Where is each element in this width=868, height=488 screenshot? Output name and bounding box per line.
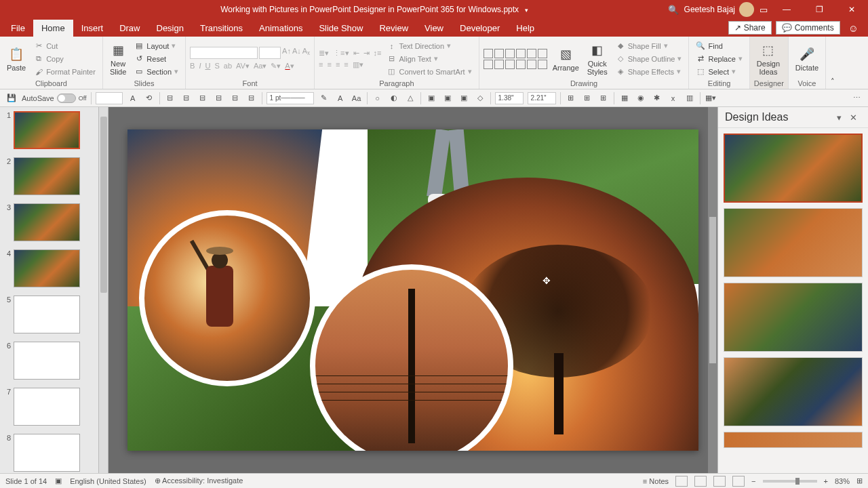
columns-button[interactable]: ▥▾	[353, 60, 363, 69]
qat-group-4[interactable]: ◇	[474, 92, 486, 104]
qat-align-1[interactable]: ⊟	[164, 92, 176, 104]
select-button[interactable]: ⬚Select▾	[693, 66, 745, 78]
clear-format-icon[interactable]: Aᵪ	[302, 47, 310, 59]
justify-button[interactable]: ≡	[344, 60, 348, 69]
pane-close-button[interactable]: ✕	[846, 113, 861, 123]
paste-button[interactable]: 📋 Paste	[4, 45, 28, 73]
tab-design[interactable]: Design	[149, 20, 192, 37]
qat-align-2[interactable]: ⊟	[180, 92, 193, 104]
italic-button[interactable]: I	[199, 62, 201, 70]
shape-combo[interactable]	[96, 92, 123, 104]
tab-animations[interactable]: Animations	[251, 20, 311, 37]
qat-group-3[interactable]: ▣	[458, 92, 470, 104]
feedback-icon[interactable]: ☺	[848, 22, 859, 34]
arrange-button[interactable]: ▧ Arrange	[550, 45, 582, 73]
restore-button[interactable]: ❐	[806, 0, 833, 19]
sorter-view-button[interactable]	[694, 476, 707, 487]
save-icon[interactable]: 💾	[5, 92, 18, 104]
minimize-button[interactable]: —	[773, 0, 800, 19]
spell-check-icon[interactable]: ▣	[55, 476, 62, 485]
normal-view-button[interactable]	[675, 476, 688, 487]
tab-help[interactable]: Help	[508, 20, 542, 37]
zoom-out-button[interactable]: −	[751, 477, 755, 485]
spacing-button[interactable]: AV▾	[236, 62, 250, 70]
tab-review[interactable]: Review	[371, 20, 416, 37]
slide-canvas[interactable]: ✥	[127, 129, 698, 451]
convert-smartart-button[interactable]: ◫Convert to SmartArt▾	[384, 66, 474, 78]
zoom-value[interactable]: 83%	[835, 477, 850, 485]
qat-tool-1[interactable]: A	[127, 92, 139, 104]
line-weight-combo[interactable]: 1 pt ─────	[267, 92, 314, 104]
cut-button[interactable]: ✂Cut	[31, 40, 98, 52]
design-idea-2[interactable]	[724, 208, 863, 277]
reading-view-button[interactable]	[713, 476, 726, 487]
reset-button[interactable]: ↺Reset	[132, 53, 181, 65]
share-button[interactable]: ↗ Share	[728, 21, 772, 35]
qat-overflow[interactable]: ⋯	[850, 92, 863, 104]
slide-counter[interactable]: Slide 1 of 14	[5, 477, 47, 485]
thumbnail-item[interactable]: 7	[0, 384, 108, 430]
copy-button[interactable]: ⧉Copy	[31, 53, 98, 65]
qat-shape-1[interactable]: ○	[372, 92, 384, 104]
zoom-in-button[interactable]: +	[824, 477, 828, 485]
fit-window-button[interactable]: ⊞	[856, 476, 863, 485]
align-center-button[interactable]: ≡	[328, 60, 332, 69]
qat-misc-5[interactable]: ◉	[635, 92, 647, 104]
tab-home[interactable]: Home	[33, 20, 73, 37]
qat-align-5[interactable]: ⊟	[229, 92, 241, 104]
qat-text[interactable]: A	[334, 92, 347, 104]
section-button[interactable]: ▭Section▾	[132, 66, 181, 78]
thumbnail-item[interactable]: 6	[0, 338, 108, 384]
layout-button[interactable]: ▤Layout▾	[132, 40, 181, 52]
qat-shape-2[interactable]: ◐	[388, 92, 400, 104]
shape-fill-button[interactable]: ◆Shape Fill▾	[613, 40, 685, 52]
tab-draw[interactable]: Draw	[111, 20, 148, 37]
shapes-gallery[interactable]	[484, 49, 547, 69]
slideshow-view-button[interactable]	[732, 476, 745, 487]
thumbnail-item[interactable]: 1	[0, 107, 108, 153]
accessibility-status[interactable]: ⊕ Accessibility: Investigate	[155, 476, 243, 485]
thumb-scrollbar[interactable]	[98, 107, 108, 473]
design-idea-3[interactable]	[724, 283, 863, 352]
notes-button[interactable]: ≡ Notes	[643, 477, 669, 485]
shape-height-input[interactable]: 2.21"	[528, 92, 556, 104]
language-status[interactable]: English (United States)	[70, 477, 146, 485]
case-button[interactable]: Aa▾	[254, 62, 267, 70]
qat-misc-1[interactable]: ⊞	[565, 92, 577, 104]
close-button[interactable]: ✕	[838, 0, 865, 19]
tab-file[interactable]: File	[3, 20, 33, 37]
qat-tool-2[interactable]: ⟲	[143, 92, 155, 104]
qat-align-6[interactable]: ⊟	[245, 92, 258, 104]
design-ideas-button[interactable]: ⬚ Design Ideas	[754, 41, 783, 77]
font-color-button[interactable]: A▾	[285, 62, 294, 70]
qat-group-1[interactable]: ▣	[425, 92, 437, 104]
replace-button[interactable]: ⇄Replace▾	[693, 53, 745, 65]
thumbnail-item[interactable]: 2	[0, 153, 108, 199]
find-button[interactable]: 🔍Find	[693, 40, 745, 52]
qat-group-2[interactable]: ▣	[441, 92, 454, 104]
tab-transitions[interactable]: Transitions	[192, 20, 251, 37]
tab-view[interactable]: View	[416, 20, 452, 37]
design-idea-4[interactable]	[724, 357, 863, 426]
autosave-toggle[interactable]: AutoSave Off	[22, 94, 87, 103]
design-idea-1[interactable]	[724, 134, 863, 203]
zoom-slider[interactable]	[763, 480, 817, 483]
thumbnail-item[interactable]: 4	[0, 245, 108, 291]
qat-align-3[interactable]: ⊟	[197, 92, 209, 104]
align-right-button[interactable]: ≡	[336, 60, 340, 69]
qat-eyedrop[interactable]: ✎	[318, 92, 330, 104]
qat-align-4[interactable]: ⊟	[213, 92, 225, 104]
shape-width-input[interactable]: 1.38"	[495, 92, 524, 104]
user-account[interactable]: Geetesh Bajaj	[684, 2, 754, 17]
bold-button[interactable]: B	[190, 62, 195, 70]
format-painter-button[interactable]: 🖌Format Painter	[31, 66, 98, 78]
search-icon[interactable]: 🔍	[668, 5, 679, 15]
indent-inc-button[interactable]: ⇥	[363, 49, 370, 58]
shape-effects-button[interactable]: ◈Shape Effects▾	[613, 66, 685, 78]
thumbnail-item[interactable]: 8	[0, 430, 108, 473]
quick-styles-button[interactable]: ◧ Quick Styles	[585, 41, 610, 77]
numbering-button[interactable]: ⋮≡▾	[333, 49, 349, 58]
thumbnail-item[interactable]: 3	[0, 199, 108, 245]
strike-button[interactable]: S	[214, 62, 219, 70]
qat-shape-3[interactable]: △	[404, 92, 416, 104]
